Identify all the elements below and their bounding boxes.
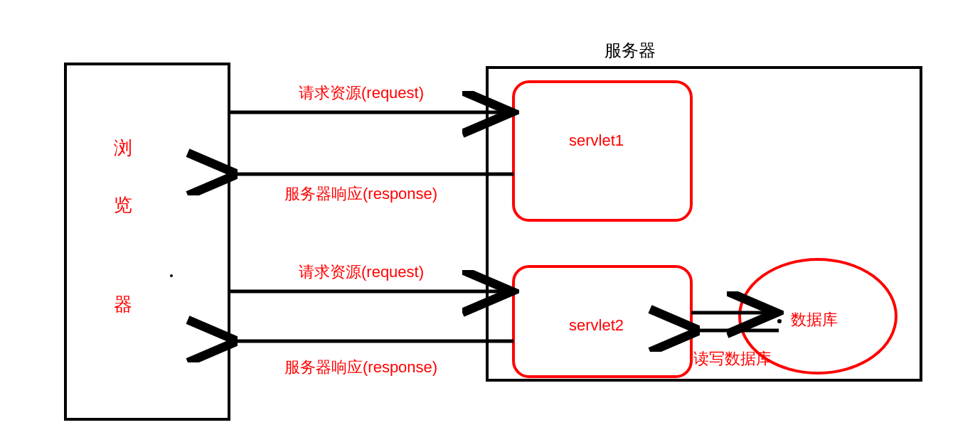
servlet1-label: servlet1 bbox=[569, 131, 624, 150]
servlet1-box bbox=[513, 82, 691, 220]
browser-char-2: 览 bbox=[114, 195, 132, 214]
server-box bbox=[487, 68, 921, 380]
server-title: 服务器 bbox=[604, 39, 656, 62]
response-label-2: 服务器响应(response) bbox=[284, 357, 437, 378]
dot bbox=[777, 319, 782, 323]
stray-dot bbox=[170, 274, 173, 277]
request-label-2: 请求资源(request) bbox=[299, 262, 424, 283]
browser-char-1: 浏 bbox=[114, 139, 132, 157]
browser-box bbox=[65, 64, 229, 419]
browser-char-3: 器 bbox=[114, 295, 132, 313]
response-label-1: 服务器响应(response) bbox=[284, 183, 437, 205]
servlet2-label: servlet2 bbox=[569, 316, 624, 335]
diagram-canvas bbox=[0, 0, 980, 447]
db-rw-label: 读写数据库 bbox=[693, 348, 772, 370]
request-label-1: 请求资源(request) bbox=[299, 82, 424, 104]
database-label: 数据库 bbox=[791, 309, 838, 330]
